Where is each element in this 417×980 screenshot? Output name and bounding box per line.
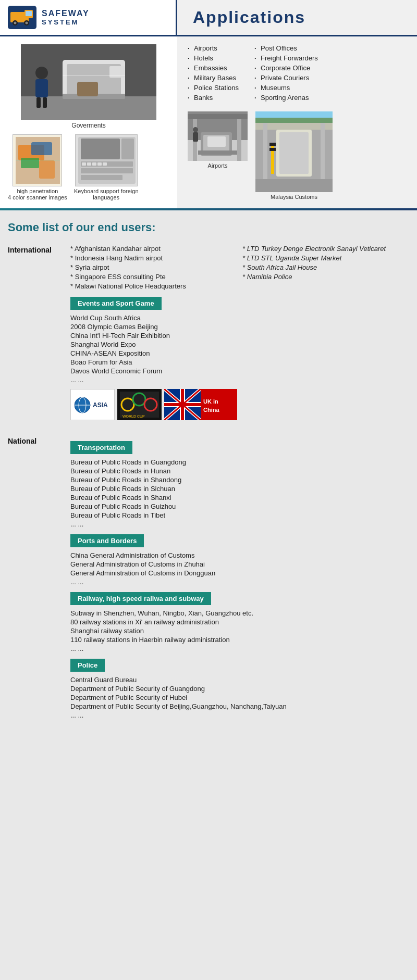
railway-button[interactable]: Railway, high speed railwa and subway bbox=[70, 592, 211, 605]
olympics-img: WORLD CUP bbox=[117, 389, 162, 420]
intl-left-item: * Syria airpot bbox=[70, 263, 237, 271]
svg-rect-9 bbox=[21, 96, 156, 120]
svg-rect-24 bbox=[21, 158, 39, 168]
svg-rect-33 bbox=[81, 175, 122, 180]
railway-list-item: 110 railway stations in Haerbin railway … bbox=[70, 636, 409, 644]
event-list-item: 2008 Olympic Games Beijing bbox=[70, 323, 409, 331]
intl-left-item: * Singapore ESS consulting Pte bbox=[70, 273, 237, 281]
app-list-item: Museums bbox=[254, 84, 318, 92]
transport-list-item: Bureau of Public Roads in Tibet bbox=[70, 511, 409, 519]
railway-section: Railway, high speed railwa and subway Su… bbox=[70, 587, 409, 652]
event-list-item: Shanghai World Expo bbox=[70, 341, 409, 348]
ports-list-item: ... ... bbox=[70, 578, 409, 586]
uk-china-img: UK in China bbox=[164, 389, 237, 420]
svg-text:ASIA: ASIA bbox=[93, 401, 108, 409]
airports-photo-item: Airports bbox=[188, 111, 248, 200]
police-button[interactable]: Police bbox=[70, 659, 105, 672]
svg-rect-16 bbox=[36, 97, 41, 108]
police-list-item: ... ... bbox=[70, 711, 409, 719]
police-list-item: Department of Public Security of Guangdo… bbox=[70, 685, 409, 693]
international-entry: International * Afghanistan Kandahar air… bbox=[8, 245, 409, 425]
svg-rect-37 bbox=[97, 162, 102, 166]
transport-list-item: Bureau of Public Roads in Guizhou bbox=[70, 502, 409, 510]
transport-button[interactable]: Transportation bbox=[70, 441, 132, 454]
app-list-item: Sporting Arenas bbox=[254, 94, 318, 102]
event-list-item: World Cup South Africa bbox=[70, 314, 409, 322]
svg-rect-49 bbox=[193, 132, 198, 142]
national-details: Transportation Bureau of Public Roads in… bbox=[70, 436, 409, 720]
svg-rect-18 bbox=[77, 82, 98, 96]
app-list-col2: Post OfficesFreight ForwardersCorporate … bbox=[254, 44, 318, 104]
app-list-item: Embassies bbox=[188, 64, 239, 72]
ports-list-item: China General Administration of Customs bbox=[70, 551, 409, 559]
svg-rect-30 bbox=[121, 139, 134, 159]
railway-list-item: 80 railway stations in Xi' an railway ad… bbox=[70, 618, 409, 626]
svg-rect-62 bbox=[255, 111, 333, 118]
police-list-item: Department of Public Security of Hubei bbox=[70, 694, 409, 701]
svg-rect-12 bbox=[109, 66, 125, 78]
events-btn-wrap: Events and Sport Game bbox=[70, 292, 409, 314]
scanner-caption: high penetration 4 color scanner images bbox=[8, 188, 67, 200]
intl-left-item: * Afghanistan Kandahar airpot bbox=[70, 245, 237, 253]
international-cols: * Afghanistan Kandahar airpot* Indonesia… bbox=[70, 245, 409, 292]
app-list-item: Banks bbox=[188, 94, 239, 102]
railway-list-item: Subway in Shenzhen, Wuhan, Ningbo, Xian,… bbox=[70, 609, 409, 617]
header: SAFEWAY SYSTEM Applications bbox=[0, 0, 417, 36]
svg-text:China: China bbox=[203, 407, 219, 413]
international-col-left: * Afghanistan Kandahar airpot* Indonesia… bbox=[70, 245, 237, 292]
asia-logo-img: ASIA bbox=[70, 389, 115, 420]
events-list: World Cup South Africa2008 Olympic Games… bbox=[70, 314, 409, 384]
intl-right-item: * LTD STL Uganda Super Market bbox=[242, 254, 409, 262]
ports-section: Ports and Borders China General Administ… bbox=[70, 529, 409, 586]
svg-rect-57 bbox=[271, 143, 274, 174]
svg-rect-15 bbox=[35, 79, 48, 97]
police-list-item: Central Guard Bureau bbox=[70, 676, 409, 684]
international-category: International bbox=[8, 245, 70, 425]
event-list-item: Boao Forum for Asia bbox=[70, 358, 409, 366]
applications-section: Goverments bbox=[0, 36, 417, 208]
customs-caption: Malaysia Customs bbox=[271, 194, 317, 200]
intl-right-item: * South Africa Jail House bbox=[242, 263, 409, 271]
logo-text: SAFEWAY SYSTEM bbox=[42, 9, 90, 26]
app-right-panel: AirportsHotelsEmbassiesMilitary BasesPol… bbox=[177, 36, 417, 208]
transport-list: Bureau of Public Roads in GuangdongBurea… bbox=[70, 458, 409, 528]
ports-list: China General Administration of CustomsG… bbox=[70, 551, 409, 586]
transport-section: Transportation Bureau of Public Roads in… bbox=[70, 436, 409, 528]
transport-list-item: Bureau of Public Roads in Shandong bbox=[70, 476, 409, 484]
customs-photo-item: Malaysia Customs bbox=[255, 111, 333, 200]
police-section: Police Central Guard BureauDepartment of… bbox=[70, 654, 409, 719]
app-list-item: Airports bbox=[188, 44, 239, 52]
svg-text:WORLD CUP: WORLD CUP bbox=[122, 414, 145, 418]
svg-rect-29 bbox=[81, 139, 120, 159]
ports-button[interactable]: Ports and Borders bbox=[70, 534, 144, 547]
event-list-item: CHINA-ASEAN Exposition bbox=[70, 349, 409, 357]
svg-rect-60 bbox=[255, 179, 333, 192]
events-sport-button[interactable]: Events and Sport Game bbox=[70, 297, 162, 310]
police-list: Central Guard BureauDepartment of Public… bbox=[70, 676, 409, 719]
svg-rect-32 bbox=[81, 168, 133, 173]
police-list-item: Department of Public Security of Beijing… bbox=[70, 702, 409, 710]
customs-photo bbox=[255, 111, 333, 192]
government-caption: Goverments bbox=[8, 122, 169, 129]
logo-area: SAFEWAY SYSTEM bbox=[0, 0, 177, 35]
app-list-item: Military Bases bbox=[188, 74, 239, 82]
transport-list-item: Bureau of Public Roads in Guangdong bbox=[70, 458, 409, 466]
national-category: National bbox=[8, 436, 70, 720]
app-list-item: Freight Forwarders bbox=[254, 54, 318, 62]
transport-list-item: Bureau of Public Roads in Shanxi bbox=[70, 494, 409, 501]
transport-list-item: Bureau of Public Roads in Hunan bbox=[70, 467, 409, 475]
svg-rect-38 bbox=[103, 162, 107, 166]
ports-list-item: General Administration of Customs in Don… bbox=[70, 569, 409, 577]
government-image bbox=[21, 44, 156, 120]
svg-point-48 bbox=[193, 127, 198, 132]
svg-rect-25 bbox=[39, 160, 55, 179]
svg-rect-69 bbox=[120, 392, 159, 418]
small-images-row: high penetration 4 color scanner images bbox=[8, 134, 169, 200]
svg-rect-56 bbox=[279, 132, 309, 174]
svg-rect-47 bbox=[188, 114, 248, 119]
svg-rect-59 bbox=[269, 148, 276, 151]
svg-rect-42 bbox=[237, 117, 241, 161]
international-col-right: * LTD Turkey Denge Electronik Sanayi Vet… bbox=[242, 245, 409, 292]
svg-rect-36 bbox=[92, 162, 96, 166]
svg-rect-45 bbox=[198, 150, 237, 155]
